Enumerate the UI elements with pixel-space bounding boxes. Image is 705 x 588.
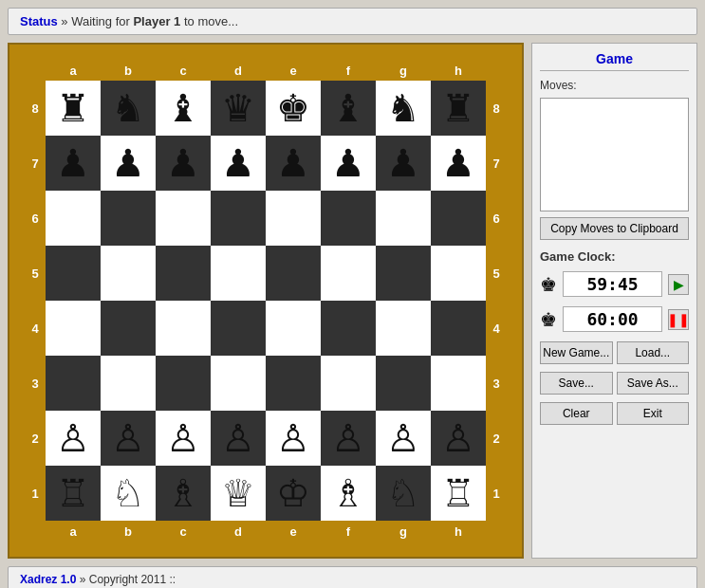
cell-6d[interactable]: [211, 191, 266, 246]
cell-7g[interactable]: ♟: [376, 136, 431, 191]
cell-5a[interactable]: [46, 246, 101, 301]
bottom-col-label-a: a: [46, 521, 101, 542]
board-row-3: 33: [25, 356, 507, 411]
cell-2d[interactable]: ♙: [211, 411, 266, 466]
cell-7e[interactable]: ♟: [266, 136, 321, 191]
status-player: Player 1: [133, 14, 180, 28]
cell-5c[interactable]: [156, 246, 211, 301]
cell-2h[interactable]: ♙: [431, 411, 486, 466]
cell-8e[interactable]: ♚: [266, 81, 321, 136]
cell-1d[interactable]: ♕: [211, 466, 266, 521]
cell-6e[interactable]: [266, 191, 321, 246]
cell-5e[interactable]: [266, 246, 321, 301]
row-label-left-2: 2: [25, 411, 46, 466]
cell-4d[interactable]: [211, 301, 266, 356]
row-label-right-6: 6: [486, 191, 507, 246]
cell-3c[interactable]: [156, 356, 211, 411]
exit-button[interactable]: Exit: [617, 402, 690, 425]
cell-3e[interactable]: [266, 356, 321, 411]
moves-textarea[interactable]: [540, 98, 689, 211]
cell-2b[interactable]: ♙: [101, 411, 156, 466]
clear-button[interactable]: Clear: [540, 402, 613, 425]
cell-2a[interactable]: ♙: [46, 411, 101, 466]
cell-8a[interactable]: ♜: [46, 81, 101, 136]
pause-button[interactable]: ❚❚: [668, 309, 689, 330]
bottom-col-label-b: b: [101, 521, 156, 542]
cell-1b[interactable]: ♘: [101, 466, 156, 521]
bottom-col-label-c: c: [156, 521, 211, 542]
cell-5f[interactable]: [321, 246, 376, 301]
bottom-col-label-f: f: [321, 521, 376, 542]
cell-6f[interactable]: [321, 191, 376, 246]
top-col-label-b: b: [101, 60, 156, 81]
cell-1c[interactable]: ♗: [156, 466, 211, 521]
board-row-1: 1♖♘♗♕♔♗♘♖1: [25, 466, 507, 521]
cell-7b[interactable]: ♟: [101, 136, 156, 191]
cell-4g[interactable]: [376, 301, 431, 356]
cell-5d[interactable]: [211, 246, 266, 301]
app-name: Xadrez 1.0: [20, 573, 76, 586]
cell-8b[interactable]: ♞: [101, 81, 156, 136]
save-button[interactable]: Save...: [540, 372, 613, 395]
bottom-col-label-h: h: [431, 521, 486, 542]
cell-3g[interactable]: [376, 356, 431, 411]
cell-7h[interactable]: ♟: [431, 136, 486, 191]
cell-6b[interactable]: [101, 191, 156, 246]
cell-3b[interactable]: [101, 356, 156, 411]
cell-2e[interactable]: ♙: [266, 411, 321, 466]
cell-7f[interactable]: ♟: [321, 136, 376, 191]
cell-4c[interactable]: [156, 301, 211, 356]
save-as-button[interactable]: Save As...: [617, 372, 690, 395]
cell-1e[interactable]: ♔: [266, 466, 321, 521]
cell-2c[interactable]: ♙: [156, 411, 211, 466]
load-button[interactable]: Load...: [617, 341, 690, 364]
top-col-label-a: a: [46, 60, 101, 81]
cell-3a[interactable]: [46, 356, 101, 411]
status-bar: Status » Waiting for Player 1 to move...: [8, 8, 697, 35]
cell-4e[interactable]: [266, 301, 321, 356]
cell-2g[interactable]: ♙: [376, 411, 431, 466]
cell-3d[interactable]: [211, 356, 266, 411]
cell-2f[interactable]: ♙: [321, 411, 376, 466]
cell-8g[interactable]: ♞: [376, 81, 431, 136]
cell-5h[interactable]: [431, 246, 486, 301]
cell-8d[interactable]: ♛: [211, 81, 266, 136]
cell-4a[interactable]: [46, 301, 101, 356]
cell-1a[interactable]: ♖: [46, 466, 101, 521]
cell-6c[interactable]: [156, 191, 211, 246]
row-label-left-1: 1: [25, 466, 46, 521]
cell-8h[interactable]: ♜: [431, 81, 486, 136]
top-col-label-d: d: [211, 60, 266, 81]
new-game-button[interactable]: New Game...: [540, 341, 613, 364]
row-label-left-8: 8: [25, 81, 46, 136]
cell-7d[interactable]: ♟: [211, 136, 266, 191]
top-col-label-h: h: [431, 60, 486, 81]
cell-4h[interactable]: [431, 301, 486, 356]
cell-8f[interactable]: ♝: [321, 81, 376, 136]
cell-3f[interactable]: [321, 356, 376, 411]
status-text: » Waiting for: [58, 14, 134, 28]
cell-5g[interactable]: [376, 246, 431, 301]
cell-1g[interactable]: ♘: [376, 466, 431, 521]
cell-5b[interactable]: [101, 246, 156, 301]
copy-moves-button[interactable]: Copy Moves to Clipboard: [540, 217, 689, 240]
main-content: abcdefgh 8♜♞♝♛♚♝♞♜87♟♟♟♟♟♟♟♟7665544332♙♙…: [8, 43, 697, 559]
row-label-left-6: 6: [25, 191, 46, 246]
cell-6h[interactable]: [431, 191, 486, 246]
play-button[interactable]: ▶: [668, 274, 689, 295]
row-label-left-7: 7: [25, 136, 46, 191]
cell-1h[interactable]: ♖: [431, 466, 486, 521]
cell-1f[interactable]: ♗: [321, 466, 376, 521]
cell-7c[interactable]: ♟: [156, 136, 211, 191]
footer: Xadrez 1.0 » Copyright 2011 ::: [8, 566, 697, 588]
cell-4f[interactable]: [321, 301, 376, 356]
cell-4b[interactable]: [101, 301, 156, 356]
cell-8c[interactable]: ♝: [156, 81, 211, 136]
cell-6g[interactable]: [376, 191, 431, 246]
game-clock-label: Game Clock:: [540, 249, 689, 264]
cell-7a[interactable]: ♟: [46, 136, 101, 191]
cell-6a[interactable]: [46, 191, 101, 246]
moves-label: Moves:: [540, 79, 689, 92]
board-row-2: 2♙♙♙♙♙♙♙♙2: [25, 411, 507, 466]
cell-3h[interactable]: [431, 356, 486, 411]
